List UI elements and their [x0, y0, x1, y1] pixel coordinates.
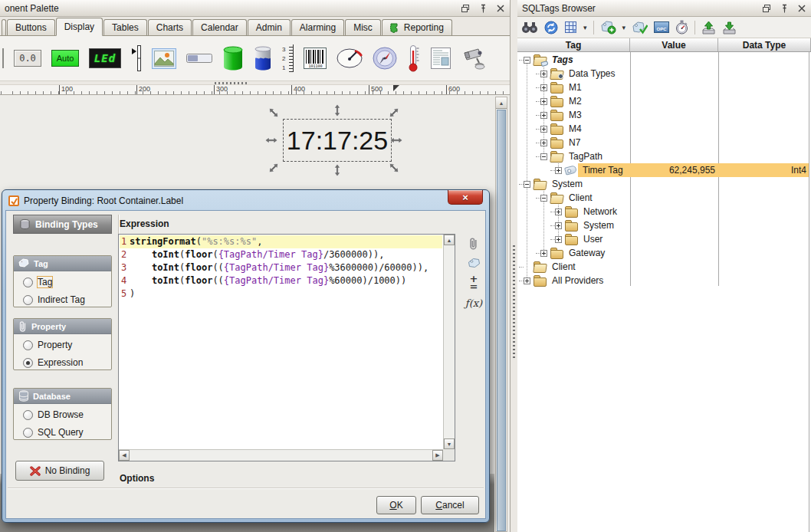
- cylindrical-tank-component[interactable]: [222, 46, 244, 71]
- ip-camera-component[interactable]: [461, 47, 489, 70]
- thermometer-component[interactable]: [407, 44, 420, 72]
- refresh-icon[interactable]: [544, 21, 558, 34]
- barcode-component[interactable]: 101100: [304, 48, 327, 69]
- expand-toggle-icon[interactable]: [540, 153, 547, 160]
- resize-handle-icon[interactable]: [386, 159, 403, 177]
- tree-item-label[interactable]: Timer Tag: [580, 164, 625, 176]
- scroll-up-icon[interactable]: ▲: [496, 97, 507, 109]
- editor-horizontal-scrollbar[interactable]: ◀ ▶: [119, 449, 443, 461]
- tab-partial[interactable]: [2, 19, 6, 35]
- binding-option-expression[interactable]: Expression: [14, 352, 111, 369]
- functions-icon[interactable]: ƒ(x): [465, 297, 482, 309]
- expand-toggle-icon[interactable]: [540, 250, 547, 257]
- numeric-label-component[interactable]: 0.0: [14, 50, 41, 67]
- code-line[interactable]: 4 toInt(floor(({TagPath/Timer Tag}%60000…: [120, 274, 442, 287]
- column-header-tag[interactable]: Tag: [517, 38, 630, 51]
- no-binding-button[interactable]: No Binding: [15, 461, 104, 481]
- expand-toggle-icon[interactable]: [524, 181, 530, 188]
- radio-icon[interactable]: [23, 277, 33, 287]
- column-header-value[interactable]: Value: [630, 38, 718, 51]
- splitter-handle-icon[interactable]: [215, 82, 248, 84]
- tree-item-label[interactable]: Gateway: [566, 247, 607, 259]
- tree-item-label[interactable]: M1: [566, 81, 584, 94]
- expand-toggle-icon[interactable]: [540, 71, 547, 77]
- operators-icon[interactable]: +=: [470, 275, 478, 291]
- tab-admin[interactable]: Admin: [248, 19, 291, 35]
- scroll-left-icon[interactable]: ◀: [119, 450, 130, 461]
- expand-toggle-icon[interactable]: [555, 236, 562, 243]
- tree-item-label[interactable]: Network: [581, 205, 619, 218]
- resize-handle-icon[interactable]: [331, 164, 343, 176]
- expand-toggle-icon[interactable]: [540, 126, 547, 133]
- opc-icon[interactable]: OPC: [654, 21, 669, 33]
- expand-toggle-icon[interactable]: [524, 277, 530, 284]
- tab-calendar[interactable]: Calendar: [192, 19, 247, 35]
- edit-grid-icon[interactable]: [564, 21, 577, 34]
- verify-tag-icon[interactable]: [632, 21, 648, 34]
- tree-item-label[interactable]: Client: [550, 261, 578, 273]
- progress-bar-component[interactable]: [186, 54, 212, 63]
- tree-item-label[interactable]: System: [581, 219, 616, 232]
- scroll-right-icon[interactable]: ▶: [432, 450, 443, 461]
- resize-handle-icon[interactable]: [265, 104, 283, 122]
- code-line[interactable]: 1stringFormat("%s:%s:%s",: [120, 235, 442, 248]
- level-indicator-component[interactable]: [254, 46, 272, 71]
- expand-toggle-icon[interactable]: [555, 167, 562, 174]
- scan-class-icon[interactable]: [675, 20, 688, 34]
- panel-splitter[interactable]: [511, 0, 517, 532]
- resize-handle-icon[interactable]: [390, 134, 402, 146]
- led-display-component[interactable]: LEd: [89, 48, 121, 68]
- tab-display[interactable]: Display: [56, 18, 103, 36]
- tab-alarming[interactable]: Alarming: [291, 19, 344, 35]
- pin-icon[interactable]: [780, 4, 789, 13]
- tree-item-label[interactable]: M3: [566, 109, 584, 121]
- search-icon[interactable]: [521, 21, 538, 34]
- resize-handle-icon[interactable]: [265, 134, 277, 146]
- expand-toggle-icon[interactable]: [540, 195, 547, 202]
- tag-reference-icon[interactable]: [468, 258, 481, 268]
- linear-scale-component[interactable]: 321: [282, 44, 294, 72]
- code-line[interactable]: 3 toInt(floor(({TagPath/Timer Tag}%36000…: [120, 261, 442, 274]
- tree-item-label[interactable]: M2: [566, 95, 584, 107]
- expand-toggle-icon[interactable]: [555, 209, 562, 215]
- selected-label-component[interactable]: 17:17:25: [283, 120, 392, 161]
- tab-tables[interactable]: Tables: [103, 19, 147, 35]
- moving-analog-indicator-component[interactable]: [131, 44, 142, 72]
- export-tags-icon[interactable]: [701, 21, 716, 34]
- radio-icon[interactable]: [23, 340, 33, 350]
- tree-item-label[interactable]: M4: [566, 123, 584, 135]
- tree-item-label[interactable]: All Providers: [550, 274, 606, 287]
- tab-charts[interactable]: Charts: [148, 19, 192, 35]
- tree-item-label[interactable]: System: [550, 178, 585, 190]
- code-line[interactable]: 2 toInt(floor({TagPath/Timer Tag}/360000…: [120, 248, 442, 261]
- radio-icon[interactable]: [23, 410, 33, 420]
- tree-item-label[interactable]: User: [581, 233, 605, 245]
- radio-icon[interactable]: [23, 428, 33, 438]
- tab-reporting[interactable]: Reporting: [382, 19, 452, 35]
- compass-component[interactable]: [373, 47, 397, 70]
- tree-item-label[interactable]: Data Types: [566, 67, 617, 80]
- binding-option-tag[interactable]: Tag: [14, 271, 111, 289]
- code-line[interactable]: 5): [120, 287, 442, 300]
- expression-editor[interactable]: 1stringFormat("%s:%s:%s",2 toInt(floor({…: [118, 234, 455, 461]
- binding-option-indirect-tag[interactable]: Indirect Tag: [14, 289, 111, 307]
- tree-item-label[interactable]: N7: [566, 136, 583, 149]
- add-tag-icon[interactable]: [600, 20, 616, 34]
- radio-icon[interactable]: [23, 358, 33, 368]
- resize-handle-icon[interactable]: [265, 159, 283, 177]
- property-reference-icon[interactable]: [468, 237, 479, 251]
- import-tags-icon[interactable]: [722, 21, 737, 34]
- column-header-data-type[interactable]: Data Type: [718, 38, 811, 51]
- restore-icon[interactable]: [461, 4, 470, 13]
- radio-icon[interactable]: [23, 295, 33, 305]
- close-icon[interactable]: [496, 4, 505, 13]
- scroll-up-icon[interactable]: ▲: [444, 235, 455, 245]
- splitter-dots-icon[interactable]: [513, 245, 515, 360]
- cancel-button[interactable]: Cancel: [421, 496, 479, 514]
- expand-toggle-icon[interactable]: [555, 222, 562, 229]
- tab-buttons[interactable]: Buttons: [7, 19, 55, 35]
- tree-item-label[interactable]: Client: [566, 192, 595, 204]
- canvas-vertical-scrollbar[interactable]: ▲: [495, 97, 507, 532]
- binding-option-property[interactable]: Property: [14, 334, 111, 352]
- tab-misc[interactable]: Misc: [345, 19, 381, 35]
